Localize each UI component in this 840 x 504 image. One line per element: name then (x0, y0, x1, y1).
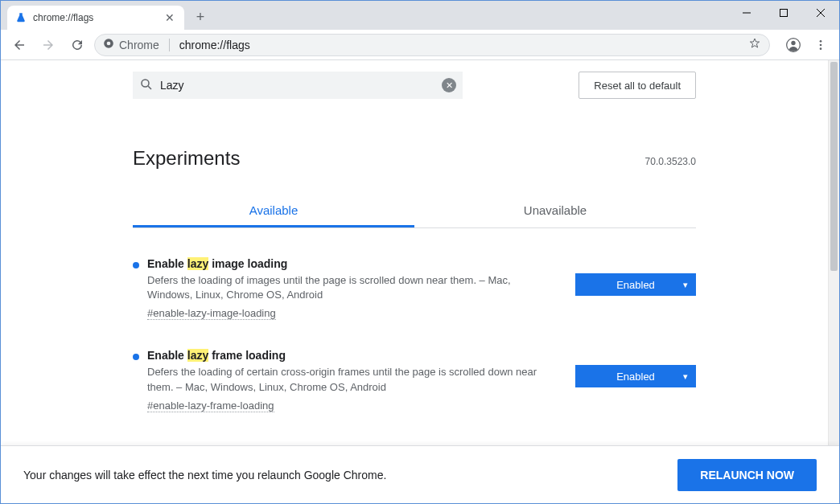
menu-icon[interactable] (809, 33, 833, 57)
minimize-button[interactable] (728, 1, 765, 25)
flag-hash-link[interactable]: #enable-lazy-frame-loading (147, 400, 274, 412)
page-title: Experiments (133, 147, 240, 170)
url-text: chrome://flags (179, 39, 250, 51)
svg-point-11 (142, 80, 149, 87)
new-tab-button[interactable]: + (189, 6, 212, 28)
flags-search-box[interactable]: ✕ (133, 72, 463, 99)
svg-line-12 (148, 86, 151, 89)
reload-button[interactable] (65, 33, 89, 57)
flag-state-select[interactable]: Enabled (575, 365, 696, 387)
page-content: ✕ Reset all to default Experiments 70.0.… (1, 60, 839, 503)
search-icon (139, 77, 154, 94)
tab-unavailable[interactable]: Unavailable (414, 195, 696, 227)
flag-dot-icon (133, 354, 139, 360)
svg-rect-1 (780, 10, 788, 17)
version-label: 70.0.3523.0 (645, 156, 696, 167)
profile-icon[interactable] (781, 33, 805, 57)
flag-description: Defers the loading of certain cross-orig… (147, 365, 556, 394)
vertical-scrollbar[interactable]: ▴ (828, 60, 839, 445)
relaunch-button[interactable]: RELAUNCH NOW (677, 459, 817, 491)
browser-tab[interactable]: chrome://flags ✕ (7, 6, 184, 30)
svg-point-9 (820, 43, 822, 46)
back-button[interactable] (7, 33, 31, 57)
svg-point-7 (791, 40, 795, 44)
window-controls (728, 1, 839, 30)
flag-item: Enable lazy frame loading Defers the loa… (133, 349, 696, 412)
svg-point-8 (820, 40, 822, 43)
address-bar[interactable]: Chrome chrome://flags (94, 34, 770, 56)
titlebar: chrome://flags ✕ + (1, 1, 839, 30)
relaunch-message: Your changes will take effect the next t… (23, 469, 386, 481)
url-scheme-label: Chrome (119, 39, 159, 51)
flag-dot-icon (133, 262, 139, 268)
flag-description: Defers the loading of images until the p… (147, 273, 556, 302)
flag-hash-link[interactable]: #enable-lazy-image-loading (147, 307, 276, 320)
flag-title: Enable lazy frame loading (147, 349, 556, 362)
flask-icon (15, 12, 27, 23)
star-icon[interactable] (748, 37, 761, 52)
flag-title: Enable lazy image loading (147, 257, 556, 270)
tab-available[interactable]: Available (133, 195, 414, 227)
browser-toolbar: Chrome chrome://flags (1, 30, 839, 60)
scrollbar-thumb[interactable] (830, 62, 838, 271)
reset-all-button[interactable]: Reset all to default (579, 72, 696, 99)
tab-title: chrome://flags (33, 12, 157, 23)
relaunch-bar: Your changes will take effect the next t… (1, 445, 839, 503)
url-separator (169, 39, 170, 51)
svg-point-10 (820, 47, 822, 50)
clear-search-icon[interactable]: ✕ (442, 78, 456, 92)
close-tab-icon[interactable]: ✕ (163, 11, 176, 24)
svg-point-5 (107, 42, 111, 46)
chrome-icon (103, 38, 114, 51)
close-window-button[interactable] (802, 1, 839, 25)
forward-button[interactable] (36, 33, 60, 57)
flag-state-select[interactable]: Enabled (575, 273, 696, 296)
maximize-button[interactable] (765, 1, 802, 25)
search-input[interactable] (160, 79, 435, 92)
flag-item: Enable lazy image loading Defers the loa… (133, 257, 696, 320)
